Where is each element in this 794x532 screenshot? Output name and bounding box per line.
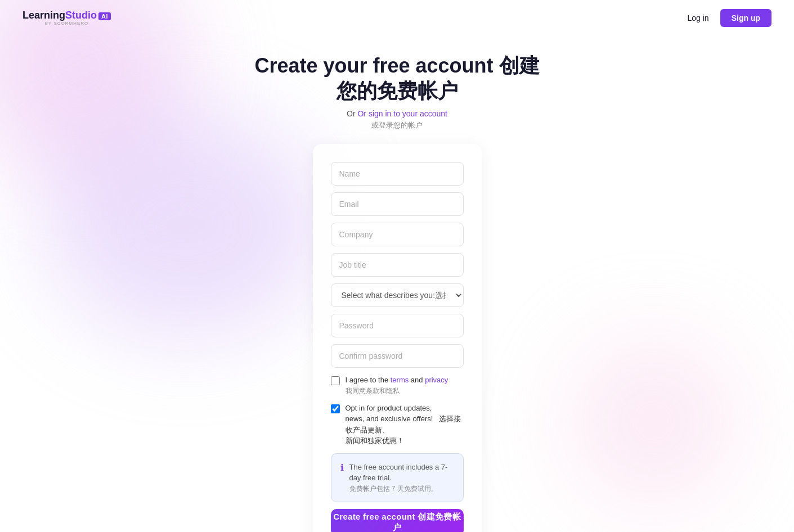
job-title-input[interactable] <box>331 253 464 277</box>
signin-link[interactable]: Or sign in to your account <box>357 109 447 118</box>
header: Learning Studio AI by SCORMHERO Log in S… <box>0 0 794 36</box>
subtitle-cn: 或登录您的帐户 <box>371 120 423 130</box>
page-title: Create your free account 创建 您的免费帐户 <box>254 53 539 103</box>
terms-checkbox[interactable] <box>331 376 340 385</box>
logo-learning: Learning <box>23 10 65 20</box>
terms-checkbox-row: I agree to the terms and privacy 我同意条款和隐… <box>331 375 464 396</box>
optin-checkbox-row: Opt in for product updates, news, and ex… <box>331 403 464 447</box>
logo: Learning Studio AI by SCORMHERO <box>23 10 111 26</box>
info-box: ℹ The free account includes a 7-day free… <box>331 453 464 502</box>
terms-label[interactable]: I agree to the terms and privacy 我同意条款和隐… <box>346 375 448 396</box>
optin-label[interactable]: Opt in for product updates, news, and ex… <box>346 403 464 447</box>
logo-byline: by SCORMHERO <box>45 21 89 26</box>
confirm-password-input[interactable] <box>331 344 464 368</box>
signup-button[interactable]: Sign up <box>720 9 771 27</box>
logo-ai: AI <box>98 12 111 20</box>
terms-link[interactable]: terms <box>391 376 409 384</box>
privacy-link[interactable]: privacy <box>425 376 448 384</box>
optin-checkbox[interactable] <box>331 404 340 413</box>
info-icon: ℹ <box>340 462 344 473</box>
email-input[interactable] <box>331 192 464 216</box>
registration-form: Select what describes you:选择描述您的内容 I agr… <box>313 144 482 532</box>
logo-studio: Studio <box>65 10 97 20</box>
company-input[interactable] <box>331 223 464 246</box>
subtitle-en: Or Or sign in to your account <box>347 109 447 118</box>
password-input[interactable] <box>331 314 464 337</box>
header-nav: Log in Sign up <box>688 9 771 27</box>
describes-you-select[interactable]: Select what describes you:选择描述您的内容 <box>331 283 464 307</box>
create-account-button[interactable]: Create free account 创建免费帐户 <box>331 509 464 533</box>
main-content: Create your free account 创建 您的免费帐户 Or Or… <box>0 36 794 532</box>
info-text: The free account includes a 7-day free t… <box>349 462 454 494</box>
login-button[interactable]: Log in <box>688 13 709 22</box>
name-input[interactable] <box>331 162 464 186</box>
